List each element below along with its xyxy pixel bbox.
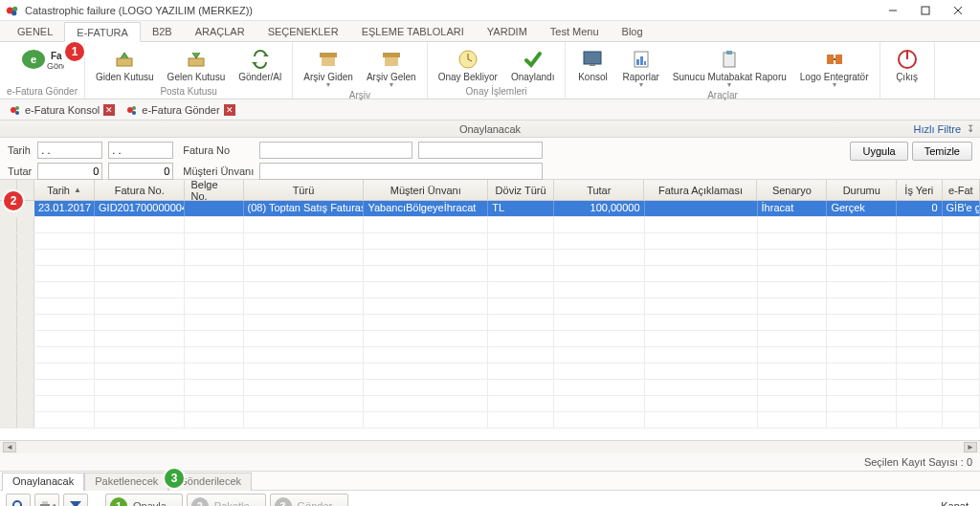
menu-yardim[interactable]: YARDIM (476, 21, 539, 41)
gonder-button[interactable]: 3 Gönder (270, 494, 349, 506)
table-row[interactable] (0, 298, 980, 315)
chevron-down-icon: ▾ (639, 82, 643, 88)
scroll-right-icon[interactable]: ► (964, 442, 977, 452)
col-fatura-aciklamasi[interactable]: Fatura Açıklaması (644, 180, 757, 200)
logo-entegrator-button[interactable]: Logo Entegratör ▾ (793, 44, 876, 89)
table-row[interactable] (0, 347, 980, 363)
clock-icon (457, 47, 479, 72)
table-row[interactable] (0, 217, 980, 233)
col-doviz-turu[interactable]: Döviz Türü (488, 180, 554, 200)
close-window-button[interactable] (942, 1, 974, 20)
unvan-input[interactable] (259, 163, 543, 180)
fatno-input-2[interactable] (418, 142, 543, 159)
horizontal-scrollbar[interactable]: ◄ ► (0, 440, 980, 453)
close-icon[interactable]: ✕ (224, 104, 235, 116)
quick-filter-link[interactable]: Hızlı Filtre (914, 123, 962, 135)
table-row[interactable] (0, 412, 980, 429)
gonder-al-button[interactable]: Gönder/Al (232, 44, 288, 85)
close-icon[interactable]: ✕ (103, 104, 115, 116)
efatura-icon: eFaGönder (20, 47, 64, 72)
col-senaryo[interactable]: Senaryo (757, 180, 827, 200)
menu-efatura[interactable]: E-FATURA (64, 22, 141, 42)
arsiv-giden-button[interactable]: Arşiv Giden ▾ (297, 44, 360, 89)
tutar-to-input[interactable] (108, 163, 173, 180)
svg-point-36 (15, 106, 19, 110)
menu-genel[interactable]: GENEL (6, 21, 64, 41)
fatno-label: Fatura No (183, 144, 254, 156)
table-row[interactable] (0, 380, 980, 396)
col-tutar[interactable]: Tutar (554, 180, 644, 200)
onayla-button[interactable]: 1 Onayla (105, 494, 183, 506)
tarih-from-input[interactable] (37, 142, 102, 159)
menu-test[interactable]: Test Menu (539, 21, 611, 41)
table-row[interactable] (0, 331, 980, 347)
svg-text:e: e (31, 54, 36, 65)
arsiv-gelen-button[interactable]: Arşiv Gelen ▾ (360, 44, 423, 89)
maximize-button[interactable] (909, 1, 942, 20)
doctab-konsol[interactable]: e-Fatura Konsol ✕ (4, 102, 121, 118)
power-icon (897, 47, 918, 72)
svg-rect-23 (590, 64, 595, 66)
fatno-input[interactable] (259, 142, 412, 159)
col-belgeno[interactable]: Belge No. (185, 180, 243, 200)
svg-rect-12 (189, 58, 204, 66)
svg-rect-11 (117, 58, 132, 66)
minimize-button[interactable] (877, 1, 909, 20)
cikis-button[interactable]: Çıkış (884, 44, 930, 85)
table-row[interactable] (0, 363, 980, 380)
grid-body[interactable]: 23.01.2017 GID2017000000040 (08) Toptan … (0, 201, 980, 440)
table-row[interactable] (0, 282, 980, 298)
menu-blog[interactable]: Blog (611, 21, 655, 41)
svg-rect-30 (827, 55, 834, 64)
temizle-button[interactable]: Temizle (912, 142, 972, 161)
window-title: Catastrophic failure (LOGO YAZILIM (MERK… (25, 5, 877, 16)
col-efat[interactable]: e-Fat (943, 180, 980, 200)
print-button[interactable]: ▾ (34, 494, 59, 506)
svg-text:Fa: Fa (51, 51, 62, 61)
svg-text:Gönder: Gönder (47, 61, 64, 71)
menu-b2b[interactable]: B2B (141, 21, 184, 41)
pin-icon[interactable]: ↧ (967, 123, 974, 134)
table-row[interactable] (0, 233, 980, 250)
giden-kutusu-button[interactable]: Giden Kutusu (89, 44, 161, 85)
konsol-button[interactable]: Konsol (569, 44, 615, 89)
paketle-button[interactable]: 2 Paketle (187, 494, 266, 506)
tarih-to-input[interactable] (108, 142, 173, 159)
filter-button[interactable] (63, 494, 88, 506)
menu-araclar[interactable]: ARAÇLAR (184, 21, 256, 41)
uygula-button[interactable]: Uygula (850, 142, 907, 161)
raporlar-button[interactable]: Raporlar ▾ (615, 44, 665, 89)
menu-bar: GENEL E-FATURA B2B ARAÇLAR SEÇENEKLER EŞ… (0, 21, 980, 42)
table-row[interactable] (0, 250, 980, 266)
col-is-yeri[interactable]: İş Yeri (897, 180, 942, 200)
table-row[interactable] (0, 266, 980, 282)
col-turu[interactable]: Türü (244, 180, 365, 200)
menu-esleme[interactable]: EŞLEME TABLOLARI (350, 21, 476, 41)
search-button[interactable] (6, 494, 31, 506)
menu-secenekler[interactable]: SEÇENEKLER (256, 21, 350, 41)
col-faturano[interactable]: Fatura No. (95, 180, 185, 200)
table-row[interactable] (0, 396, 980, 412)
table-row[interactable]: 23.01.2017 GID2017000000040 (08) Toptan … (0, 201, 980, 217)
scroll-left-icon[interactable]: ◄ (3, 442, 16, 452)
tab-paketlenecek[interactable]: Paketlenecek (84, 473, 168, 491)
inbox-icon (185, 47, 208, 72)
gelen-kutusu-button[interactable]: Gelen Kutusu (161, 44, 233, 85)
kapat-button[interactable]: Kapat (935, 497, 974, 506)
filter-icon (69, 499, 82, 506)
chevron-down-icon: ▾ (833, 82, 836, 88)
doctab-gonder[interactable]: e-Fatura Gönder ✕ (121, 102, 240, 118)
col-tarih[interactable]: Tarih (34, 180, 95, 200)
table-row[interactable] (0, 315, 980, 331)
unvan-label: Müşteri Ünvanı (183, 165, 254, 177)
col-durumu[interactable]: Durumu (827, 180, 897, 200)
onay-bekliyor-button[interactable]: Onay Bekliyor (432, 44, 504, 85)
app-icon (6, 4, 19, 17)
tab-onaylanacak[interactable]: Onaylanacak (2, 473, 84, 491)
onaylandi-button[interactable]: Onaylandı (504, 44, 562, 85)
tutar-from-input[interactable] (37, 163, 102, 180)
sunucu-mutabakat-button[interactable]: Sunucu Mutabakat Raporu ▾ (666, 44, 793, 89)
svg-rect-28 (724, 53, 735, 67)
svg-rect-15 (320, 53, 337, 57)
col-musteri-unvani[interactable]: Müşteri Ünvanı (364, 180, 488, 200)
